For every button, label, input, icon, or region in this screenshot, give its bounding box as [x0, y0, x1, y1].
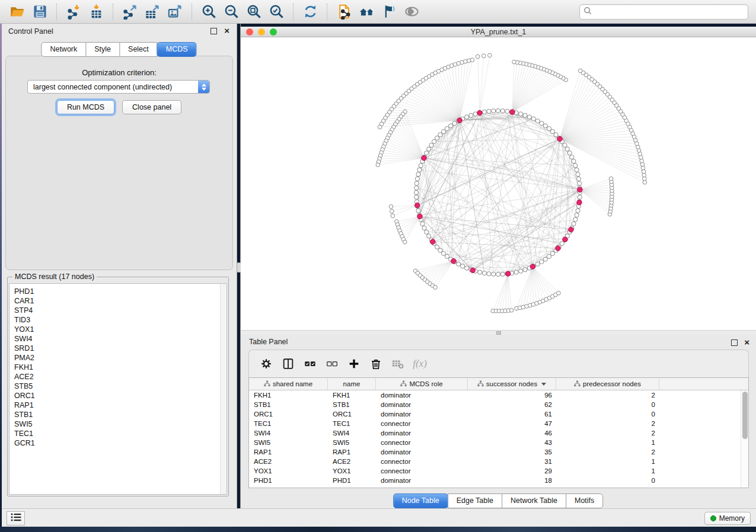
- network-node[interactable]: [414, 186, 419, 190]
- close-panel-button[interactable]: Close panel: [122, 100, 181, 114]
- network-node[interactable]: [567, 151, 572, 155]
- tab-mcds[interactable]: MCDS: [157, 42, 197, 57]
- new-network-from-selection-icon[interactable]: [334, 2, 354, 21]
- mcds-result-item[interactable]: SWI4: [14, 334, 227, 344]
- network-node[interactable]: [514, 270, 518, 274]
- network-node[interactable]: [376, 163, 380, 167]
- table-row[interactable]: SWI4SWI4dominator462: [249, 428, 741, 438]
- table-scrollbar-thumb[interactable]: [742, 392, 748, 439]
- network-node[interactable]: [461, 264, 465, 268]
- network-node[interactable]: [563, 143, 567, 148]
- network-node[interactable]: [573, 217, 578, 222]
- table-row[interactable]: STB1STB1dominator620: [249, 400, 741, 409]
- network-node[interactable]: [576, 172, 580, 177]
- network-node[interactable]: [557, 291, 561, 295]
- mcds-result-item[interactable]: GCR1: [14, 438, 227, 448]
- network-node[interactable]: [531, 117, 535, 121]
- network-node[interactable]: [540, 121, 544, 126]
- network-node[interactable]: [642, 173, 646, 177]
- mcds-result-item[interactable]: ACE2: [14, 372, 227, 382]
- export-table-icon[interactable]: [142, 2, 162, 21]
- network-node[interactable]: [505, 109, 509, 113]
- mcds-result-item[interactable]: SRD1: [14, 344, 227, 353]
- mcds-node[interactable]: [470, 268, 475, 273]
- network-node[interactable]: [519, 269, 523, 273]
- mcds-node[interactable]: [577, 200, 582, 205]
- table-row[interactable]: PHD1PHD1dominator180: [249, 476, 741, 485]
- network-node[interactable]: [570, 155, 574, 159]
- network-node[interactable]: [445, 254, 449, 258]
- network-node[interactable]: [500, 272, 505, 276]
- mcds-result-item[interactable]: TEC1: [14, 429, 227, 438]
- network-node[interactable]: [572, 159, 576, 164]
- network-node[interactable]: [576, 209, 580, 213]
- network-node[interactable]: [488, 53, 492, 57]
- criterion-dropdown[interactable]: largest connected component (undirected): [27, 80, 210, 94]
- network-node[interactable]: [435, 136, 439, 140]
- tab-style[interactable]: Style: [85, 42, 120, 57]
- network-node[interactable]: [427, 234, 431, 238]
- zoom-fit-icon[interactable]: [244, 2, 264, 21]
- column-header-successor-nodes[interactable]: successor nodes: [468, 378, 556, 390]
- network-node[interactable]: [389, 204, 393, 209]
- network-node[interactable]: [492, 109, 496, 113]
- mcds-result-item[interactable]: RAP1: [14, 400, 227, 410]
- network-node[interactable]: [415, 177, 419, 181]
- add-column-icon[interactable]: [345, 355, 363, 373]
- mcds-node[interactable]: [578, 187, 582, 192]
- network-node[interactable]: [432, 139, 436, 143]
- network-node[interactable]: [441, 130, 445, 134]
- network-node[interactable]: [543, 257, 547, 261]
- network-node[interactable]: [416, 209, 420, 213]
- run-mcds-button[interactable]: Run MCDS: [57, 100, 114, 114]
- network-node[interactable]: [496, 272, 500, 276]
- network-node[interactable]: [414, 190, 418, 194]
- network-node[interactable]: [416, 172, 420, 177]
- table-row[interactable]: ORC1ORC1dominator610: [249, 409, 741, 419]
- network-node[interactable]: [476, 55, 480, 59]
- network-node[interactable]: [535, 119, 540, 123]
- network-node[interactable]: [547, 254, 551, 258]
- network-node[interactable]: [487, 109, 491, 113]
- table-row[interactable]: YOX1YOX1connector291: [249, 466, 741, 476]
- network-node[interactable]: [465, 115, 469, 119]
- network-node[interactable]: [554, 133, 558, 137]
- network-node[interactable]: [482, 110, 486, 114]
- network-node[interactable]: [641, 166, 645, 170]
- network-node[interactable]: [481, 54, 486, 58]
- open-file-icon[interactable]: [7, 2, 27, 21]
- network-node[interactable]: [419, 164, 423, 168]
- network-node[interactable]: [425, 151, 429, 155]
- tab-select[interactable]: Select: [119, 42, 158, 57]
- network-node[interactable]: [575, 213, 579, 217]
- table-row[interactable]: ACE2ACE2connector311: [249, 457, 741, 466]
- mcds-node[interactable]: [510, 110, 515, 114]
- mcds-node[interactable]: [556, 246, 560, 251]
- network-node[interactable]: [487, 272, 491, 276]
- network-node[interactable]: [578, 69, 582, 73]
- network-node[interactable]: [576, 177, 580, 181]
- network-view[interactable]: [241, 37, 756, 330]
- mcds-result-item[interactable]: STP4: [14, 306, 227, 315]
- delete-column-icon[interactable]: [367, 355, 385, 373]
- network-node[interactable]: [560, 241, 564, 245]
- tab-node-table[interactable]: Node Table: [393, 493, 448, 508]
- import-table-icon[interactable]: [86, 2, 106, 21]
- network-node[interactable]: [640, 162, 645, 166]
- close-panel-icon[interactable]: ×: [224, 25, 229, 36]
- network-node[interactable]: [642, 169, 646, 174]
- refresh-icon[interactable]: [300, 2, 320, 21]
- network-node[interactable]: [550, 251, 554, 255]
- tab-motifs[interactable]: Motifs: [566, 493, 603, 508]
- mcds-node[interactable]: [557, 136, 562, 141]
- mcds-result-item[interactable]: ORC1: [14, 391, 227, 400]
- network-node[interactable]: [478, 270, 482, 274]
- mcds-node[interactable]: [506, 271, 511, 276]
- mcds-node[interactable]: [563, 237, 567, 242]
- network-node[interactable]: [403, 240, 407, 244]
- network-node[interactable]: [414, 181, 419, 185]
- first-neighbors-icon[interactable]: [356, 2, 377, 21]
- network-node[interactable]: [565, 147, 569, 151]
- mcds-node[interactable]: [457, 118, 462, 123]
- mcds-result-item[interactable]: YOX1: [14, 325, 227, 334]
